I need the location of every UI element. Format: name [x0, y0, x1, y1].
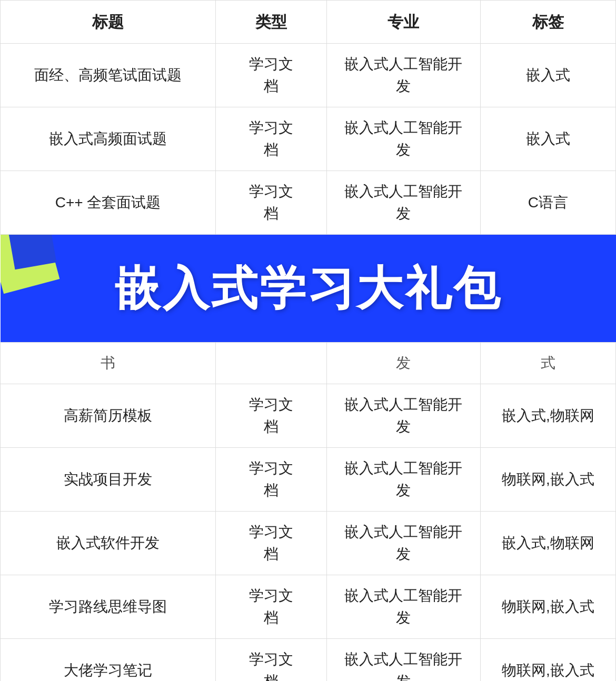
- header-row: 标题 类型 专业 标签: [1, 1, 616, 44]
- table-row: 实战项目开发学习文档嵌入式人工智能开发物联网,嵌入式: [1, 448, 616, 512]
- cell-type: 学习文档: [216, 448, 326, 512]
- cell-title: 嵌入式软件开发: [1, 512, 216, 575]
- cell-major: 嵌入式人工智能开发: [326, 512, 480, 575]
- cell-major: 嵌入式人工智能开发: [326, 639, 480, 682]
- cell-major: 嵌入式人工智能开发: [326, 575, 480, 639]
- cell-type: 学习文档: [216, 512, 326, 575]
- partial-cell-title: 书: [1, 343, 216, 384]
- cell-major: 嵌入式人工智能开发: [326, 107, 480, 171]
- cell-type: 学习文档: [216, 44, 326, 107]
- cell-title: 学习路线思维导图: [1, 575, 216, 639]
- col-header-title: 标题: [1, 1, 216, 44]
- cell-title: 嵌入式高频面试题: [1, 107, 216, 171]
- banner-text: 嵌入式学习大礼包: [114, 254, 502, 323]
- cell-title: 实战项目开发: [1, 448, 216, 512]
- cell-type: 学习文档: [216, 171, 326, 235]
- cell-tags: 物联网,嵌入式: [480, 575, 615, 639]
- table-row: C++ 全套面试题学习文档嵌入式人工智能开发C语言: [1, 171, 616, 235]
- banner-row: 嵌入式学习大礼包: [1, 235, 616, 343]
- cell-title: 大佬学习笔记: [1, 639, 216, 682]
- cell-tags: 嵌入式,物联网: [480, 512, 615, 575]
- table-row: 高薪简历模板学习文档嵌入式人工智能开发嵌入式,物联网: [1, 384, 616, 448]
- cell-title: 高薪简历模板: [1, 384, 216, 448]
- table-container: 标题 类型 专业 标签 面经、高频笔试面试题学习文档嵌入式人工智能开发嵌入式嵌入…: [0, 0, 616, 681]
- main-table: 标题 类型 专业 标签 面经、高频笔试面试题学习文档嵌入式人工智能开发嵌入式嵌入…: [0, 0, 616, 681]
- table-row: 嵌入式软件开发学习文档嵌入式人工智能开发嵌入式,物联网: [1, 512, 616, 575]
- cell-type: 学习文档: [216, 107, 326, 171]
- col-header-major: 专业: [326, 1, 480, 44]
- partial-cell-type: [216, 343, 326, 384]
- cell-major: 嵌入式人工智能开发: [326, 44, 480, 107]
- cell-major: 嵌入式人工智能开发: [326, 171, 480, 235]
- table-row: 大佬学习笔记学习文档嵌入式人工智能开发物联网,嵌入式: [1, 639, 616, 682]
- banner-cell: 嵌入式学习大礼包: [1, 235, 616, 343]
- partial-cell-tags: 式: [480, 343, 615, 384]
- partial-cell-major: 发: [326, 343, 480, 384]
- partial-row: 书发式: [1, 343, 616, 384]
- cell-tags: 物联网,嵌入式: [480, 639, 615, 682]
- cell-type: 学习文档: [216, 639, 326, 682]
- cell-type: 学习文档: [216, 384, 326, 448]
- col-header-type: 类型: [216, 1, 326, 44]
- cell-title: 面经、高频笔试面试题: [1, 44, 216, 107]
- cell-tags: 嵌入式: [480, 107, 615, 171]
- cell-title: C++ 全套面试题: [1, 171, 216, 235]
- col-header-tags: 标签: [480, 1, 615, 44]
- banner-overlay: 嵌入式学习大礼包: [1, 235, 616, 342]
- table-row: 嵌入式高频面试题学习文档嵌入式人工智能开发嵌入式: [1, 107, 616, 171]
- cell-major: 嵌入式人工智能开发: [326, 448, 480, 512]
- table-row: 面经、高频笔试面试题学习文档嵌入式人工智能开发嵌入式: [1, 44, 616, 107]
- cell-tags: 嵌入式,物联网: [480, 384, 615, 448]
- cell-tags: C语言: [480, 171, 615, 235]
- cell-major: 嵌入式人工智能开发: [326, 384, 480, 448]
- cell-tags: 嵌入式: [480, 44, 615, 107]
- cell-tags: 物联网,嵌入式: [480, 448, 615, 512]
- cell-type: 学习文档: [216, 575, 326, 639]
- table-row: 学习路线思维导图学习文档嵌入式人工智能开发物联网,嵌入式: [1, 575, 616, 639]
